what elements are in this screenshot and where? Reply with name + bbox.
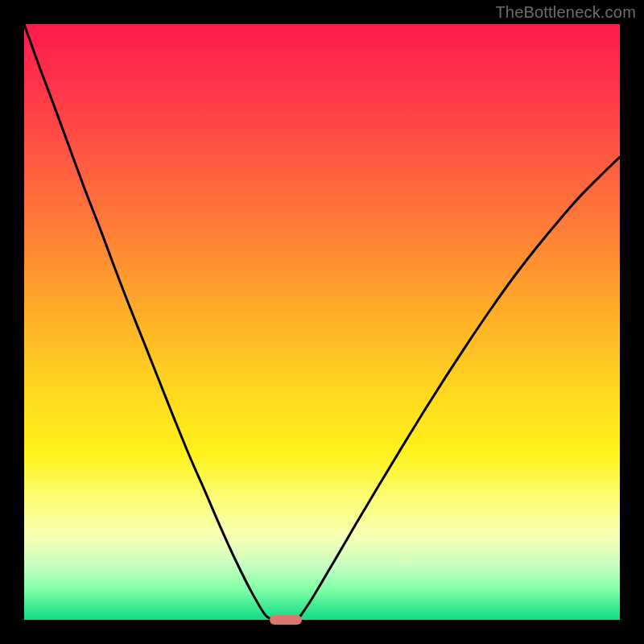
plot-area xyxy=(24,24,620,620)
curve-left xyxy=(24,24,275,620)
watermark-text: TheBottleneck.com xyxy=(495,3,636,22)
curves-svg xyxy=(24,24,620,620)
curve-right xyxy=(298,157,620,620)
chart-stage: TheBottleneck.com xyxy=(0,0,644,644)
bottleneck-marker xyxy=(270,615,302,625)
